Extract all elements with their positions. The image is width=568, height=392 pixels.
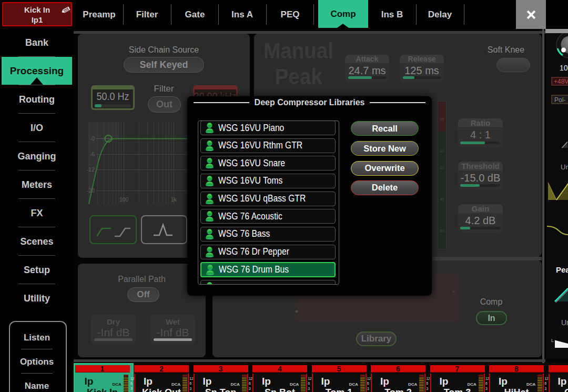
- svg-text:100: 100: [560, 64, 568, 72]
- svg-text:Un: Un: [561, 163, 568, 171]
- svg-text:-0: -0: [90, 135, 95, 142]
- svg-text:+48V: +48V: [554, 78, 568, 85]
- svg-text:L: L: [551, 338, 554, 343]
- svg-text:1k: 1k: [171, 196, 177, 203]
- svg-text:-6: -6: [90, 151, 95, 157]
- svg-text:Peak: Peak: [556, 265, 568, 274]
- svg-text:Pol-: Pol-: [554, 96, 565, 104]
- svg-text:Un: Un: [561, 318, 568, 327]
- svg-text:100: 100: [119, 196, 129, 203]
- svg-text:-12: -12: [87, 166, 95, 173]
- svg-text:-20: -20: [87, 187, 95, 194]
